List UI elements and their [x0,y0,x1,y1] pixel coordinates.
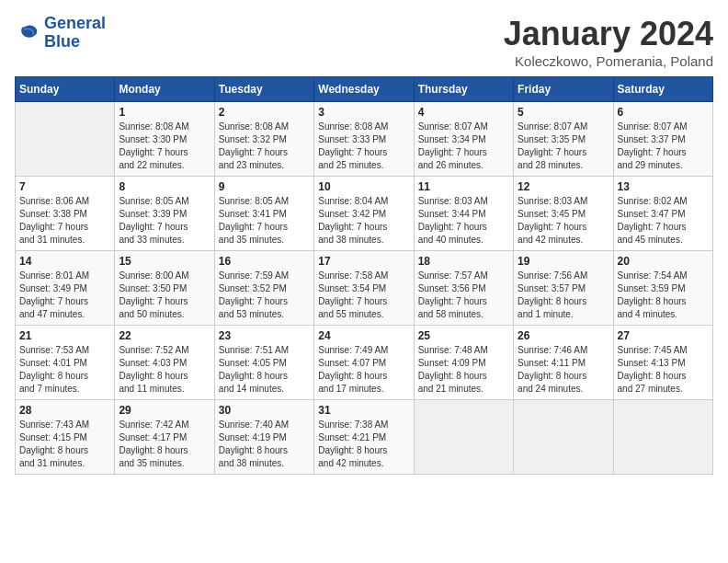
day-info: Sunrise: 7:53 AM Sunset: 4:01 PM Dayligh… [19,344,110,396]
day-info: Sunrise: 8:06 AM Sunset: 3:38 PM Dayligh… [19,195,110,247]
day-info: Sunrise: 7:46 AM Sunset: 4:11 PM Dayligh… [518,344,609,396]
header-day: Saturday [613,77,712,102]
day-number: 25 [418,329,509,342]
day-info: Sunrise: 7:43 AM Sunset: 4:15 PM Dayligh… [19,419,110,470]
calendar-cell: 17Sunrise: 7:58 AM Sunset: 3:54 PM Dayli… [314,251,414,326]
day-info: Sunrise: 8:03 AM Sunset: 3:45 PM Dayligh… [518,195,609,247]
calendar-cell [414,400,513,475]
day-info: Sunrise: 8:03 AM Sunset: 3:44 PM Dayligh… [418,195,509,247]
calendar-table: SundayMondayTuesdayWednesdayThursdayFrid… [15,76,713,475]
day-number: 13 [618,180,709,193]
calendar-header: SundayMondayTuesdayWednesdayThursdayFrid… [16,77,713,102]
day-info: Sunrise: 7:58 AM Sunset: 3:54 PM Dayligh… [318,270,409,321]
logo-line2: Blue [44,32,80,51]
calendar-cell: 10Sunrise: 8:04 AM Sunset: 3:42 PM Dayli… [314,177,414,251]
day-info: Sunrise: 8:08 AM Sunset: 3:30 PM Dayligh… [119,121,210,172]
day-number: 9 [219,180,310,193]
day-info: Sunrise: 7:52 AM Sunset: 4:03 PM Dayligh… [119,344,210,396]
header-day: Sunday [16,77,115,102]
day-number: 28 [19,404,110,417]
day-info: Sunrise: 8:07 AM Sunset: 3:35 PM Dayligh… [518,121,609,172]
header-day: Wednesday [314,77,414,102]
day-info: Sunrise: 8:08 AM Sunset: 3:33 PM Dayligh… [318,121,409,172]
calendar-cell: 7Sunrise: 8:06 AM Sunset: 3:38 PM Daylig… [16,177,115,251]
day-info: Sunrise: 7:51 AM Sunset: 4:05 PM Dayligh… [219,344,310,396]
calendar-title: January 2024 [504,15,713,53]
day-number: 10 [318,180,409,193]
calendar-cell: 22Sunrise: 7:52 AM Sunset: 4:03 PM Dayli… [115,326,214,400]
calendar-cell: 9Sunrise: 8:05 AM Sunset: 3:41 PM Daylig… [214,177,313,251]
day-number: 17 [318,255,409,268]
calendar-week-row: 28Sunrise: 7:43 AM Sunset: 4:15 PM Dayli… [16,400,713,475]
calendar-cell: 4Sunrise: 8:07 AM Sunset: 3:34 PM Daylig… [414,102,513,177]
title-block: January 2024 Koleczkowo, Pomerania, Pola… [504,15,713,69]
day-info: Sunrise: 8:05 AM Sunset: 3:41 PM Dayligh… [219,195,310,247]
calendar-cell: 30Sunrise: 7:40 AM Sunset: 4:19 PM Dayli… [214,400,313,475]
calendar-cell: 3Sunrise: 8:08 AM Sunset: 3:33 PM Daylig… [314,102,414,177]
calendar-week-row: 7Sunrise: 8:06 AM Sunset: 3:38 PM Daylig… [16,177,713,251]
day-info: Sunrise: 7:59 AM Sunset: 3:52 PM Dayligh… [219,270,310,321]
calendar-cell [613,400,712,475]
calendar-cell: 14Sunrise: 8:01 AM Sunset: 3:49 PM Dayli… [16,251,115,326]
day-number: 30 [219,404,310,417]
calendar-cell: 12Sunrise: 8:03 AM Sunset: 3:45 PM Dayli… [514,177,613,251]
calendar-body: 1Sunrise: 8:08 AM Sunset: 3:30 PM Daylig… [16,102,713,475]
calendar-subtitle: Koleczkowo, Pomerania, Poland [504,53,713,69]
calendar-week-row: 1Sunrise: 8:08 AM Sunset: 3:30 PM Daylig… [16,102,713,177]
day-number: 19 [518,255,609,268]
calendar-cell [514,400,613,475]
day-info: Sunrise: 7:42 AM Sunset: 4:17 PM Dayligh… [119,419,210,470]
day-info: Sunrise: 7:48 AM Sunset: 4:09 PM Dayligh… [418,344,509,396]
logo-line1: General [44,14,106,32]
day-number: 22 [119,329,210,342]
day-info: Sunrise: 7:54 AM Sunset: 3:59 PM Dayligh… [618,270,709,321]
calendar-cell: 26Sunrise: 7:46 AM Sunset: 4:11 PM Dayli… [514,326,613,400]
day-number: 1 [119,106,210,119]
day-number: 20 [618,255,709,268]
calendar-cell: 6Sunrise: 8:07 AM Sunset: 3:37 PM Daylig… [613,102,712,177]
calendar-cell: 11Sunrise: 8:03 AM Sunset: 3:44 PM Dayli… [414,177,513,251]
calendar-cell: 31Sunrise: 7:38 AM Sunset: 4:21 PM Dayli… [314,400,414,475]
day-number: 16 [219,255,310,268]
day-number: 24 [318,329,409,342]
day-number: 6 [618,106,709,119]
header-row: SundayMondayTuesdayWednesdayThursdayFrid… [16,77,713,102]
day-number: 3 [318,106,409,119]
day-number: 7 [19,180,110,193]
calendar-cell: 27Sunrise: 7:45 AM Sunset: 4:13 PM Dayli… [613,326,712,400]
day-info: Sunrise: 7:56 AM Sunset: 3:57 PM Dayligh… [518,270,609,321]
day-number: 23 [219,329,310,342]
day-number: 4 [418,106,509,119]
calendar-cell: 5Sunrise: 8:07 AM Sunset: 3:35 PM Daylig… [514,102,613,177]
day-number: 26 [518,329,609,342]
day-info: Sunrise: 8:02 AM Sunset: 3:47 PM Dayligh… [618,195,709,247]
calendar-cell: 20Sunrise: 7:54 AM Sunset: 3:59 PM Dayli… [613,251,712,326]
calendar-cell: 8Sunrise: 8:05 AM Sunset: 3:39 PM Daylig… [115,177,214,251]
day-number: 11 [418,180,509,193]
header-day: Monday [115,77,214,102]
day-number: 2 [219,106,310,119]
calendar-week-row: 21Sunrise: 7:53 AM Sunset: 4:01 PM Dayli… [16,326,713,400]
calendar-cell: 19Sunrise: 7:56 AM Sunset: 3:57 PM Dayli… [514,251,613,326]
logo: General Blue [15,15,106,52]
day-info: Sunrise: 8:07 AM Sunset: 3:34 PM Dayligh… [418,121,509,172]
day-number: 18 [418,255,509,268]
day-number: 5 [518,106,609,119]
logo-icon [15,22,40,44]
calendar-cell: 23Sunrise: 7:51 AM Sunset: 4:05 PM Dayli… [214,326,313,400]
calendar-cell: 21Sunrise: 7:53 AM Sunset: 4:01 PM Dayli… [16,326,115,400]
day-number: 27 [618,329,709,342]
calendar-cell: 24Sunrise: 7:49 AM Sunset: 4:07 PM Dayli… [314,326,414,400]
day-number: 31 [318,404,409,417]
day-number: 21 [19,329,110,342]
calendar-cell [16,102,115,177]
calendar-cell: 29Sunrise: 7:42 AM Sunset: 4:17 PM Dayli… [115,400,214,475]
day-number: 29 [119,404,210,417]
calendar-cell: 1Sunrise: 8:08 AM Sunset: 3:30 PM Daylig… [115,102,214,177]
day-number: 12 [518,180,609,193]
calendar-cell: 2Sunrise: 8:08 AM Sunset: 3:32 PM Daylig… [214,102,313,177]
calendar-cell: 28Sunrise: 7:43 AM Sunset: 4:15 PM Dayli… [16,400,115,475]
header-day: Friday [514,77,613,102]
calendar-cell: 15Sunrise: 8:00 AM Sunset: 3:50 PM Dayli… [115,251,214,326]
calendar-cell: 13Sunrise: 8:02 AM Sunset: 3:47 PM Dayli… [613,177,712,251]
